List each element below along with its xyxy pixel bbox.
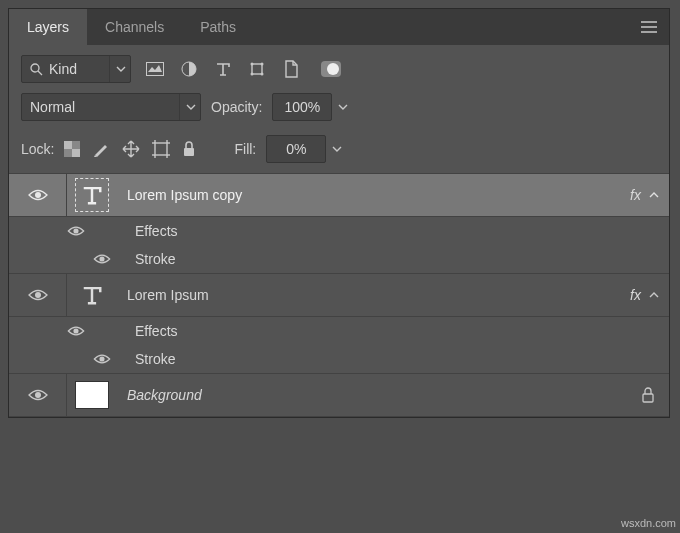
svg-point-8 [251,63,254,66]
chevron-down-icon [109,56,126,82]
visibility-toggle[interactable] [9,274,67,316]
filter-kind-select[interactable]: Kind [21,55,131,83]
panel-tabs: Layers Channels Paths [9,9,669,45]
svg-rect-13 [64,141,72,149]
layer-thumbnail[interactable] [67,381,117,409]
chevron-down-icon [179,94,196,120]
effects-label: Effects [95,323,178,339]
layer-fx-indicator[interactable]: fx [609,187,669,203]
effects-label: Effects [95,223,178,239]
chevron-down-icon[interactable] [332,146,342,152]
fx-label: fx [630,187,641,203]
watermark: wsxdn.com [621,517,676,529]
opacity-input[interactable]: 100% [272,93,332,121]
svg-rect-14 [72,149,80,157]
filter-adjustment-icon[interactable] [179,59,199,79]
visibility-toggle[interactable] [93,353,111,365]
visibility-toggle[interactable] [67,225,85,237]
filter-toggle-switch[interactable] [321,59,341,79]
layer-thumbnail[interactable] [67,278,117,312]
svg-point-9 [261,63,264,66]
lock-fill-row: Lock: Fill: 0% [9,129,669,173]
svg-rect-32 [643,394,653,402]
filter-shape-icon[interactable] [247,59,267,79]
effect-name: Stroke [121,251,175,267]
svg-point-25 [35,192,41,198]
svg-point-11 [261,73,264,76]
layer-thumbnail[interactable] [67,178,117,212]
effects-header[interactable]: Effects [9,317,669,345]
filter-kind-label: Kind [49,61,77,77]
blend-mode-value: Normal [30,99,75,115]
layers-list: Lorem Ipsum copy fx Effects Stroke [9,173,669,417]
layer-lock-indicator[interactable] [629,387,669,403]
opacity-label: Opacity: [211,99,262,115]
layer-row[interactable]: Background [9,373,669,417]
layers-panel: Layers Channels Paths Kind [8,8,670,418]
panel-menu-icon[interactable] [629,21,669,33]
effects-header[interactable]: Effects [9,217,669,245]
svg-rect-7 [252,64,262,74]
chevron-down-icon[interactable] [338,104,348,110]
lock-pixels-icon[interactable] [92,140,110,158]
svg-point-3 [31,64,39,72]
tab-layers[interactable]: Layers [9,9,87,45]
filter-bar: Kind [9,45,669,89]
svg-point-29 [73,328,78,333]
layer-name[interactable]: Lorem Ipsum [117,287,609,303]
visibility-toggle[interactable] [9,174,67,216]
filter-smart-icon[interactable] [281,59,301,79]
lock-label: Lock: [21,141,54,157]
layer-row[interactable]: Lorem Ipsum fx [9,273,669,317]
visibility-toggle[interactable] [9,374,67,416]
tab-channels[interactable]: Channels [87,9,182,45]
lock-position-icon[interactable] [122,140,140,158]
chevron-up-icon [649,192,659,198]
svg-point-10 [251,73,254,76]
effect-name: Stroke [121,351,175,367]
svg-point-31 [35,392,41,398]
effect-item[interactable]: Stroke [9,345,669,373]
visibility-toggle[interactable] [67,325,85,337]
lock-artboard-icon[interactable] [152,140,170,158]
fill-label: Fill: [234,141,256,157]
svg-point-27 [99,256,104,261]
svg-line-4 [38,71,42,75]
effect-item[interactable]: Stroke [9,245,669,273]
svg-point-28 [35,292,41,298]
fill-input[interactable]: 0% [266,135,326,163]
layer-name[interactable]: Background [117,387,629,403]
lock-all-icon[interactable] [182,141,196,157]
blend-mode-select[interactable]: Normal [21,93,201,121]
search-icon [30,63,43,76]
svg-rect-24 [184,148,194,156]
layer-fx-indicator[interactable]: fx [609,287,669,303]
chevron-up-icon [649,292,659,298]
blend-opacity-row: Normal Opacity: 100% [9,89,669,129]
svg-point-30 [99,356,104,361]
filter-type-icon[interactable] [213,59,233,79]
svg-point-26 [73,228,78,233]
lock-transparency-icon[interactable] [64,141,80,157]
layer-row[interactable]: Lorem Ipsum copy fx [9,173,669,217]
fx-label: fx [630,287,641,303]
layer-name[interactable]: Lorem Ipsum copy [117,187,609,203]
tab-paths[interactable]: Paths [182,9,254,45]
visibility-toggle[interactable] [93,253,111,265]
svg-rect-15 [155,143,167,155]
svg-rect-5 [147,63,164,76]
filter-pixel-icon[interactable] [145,59,165,79]
